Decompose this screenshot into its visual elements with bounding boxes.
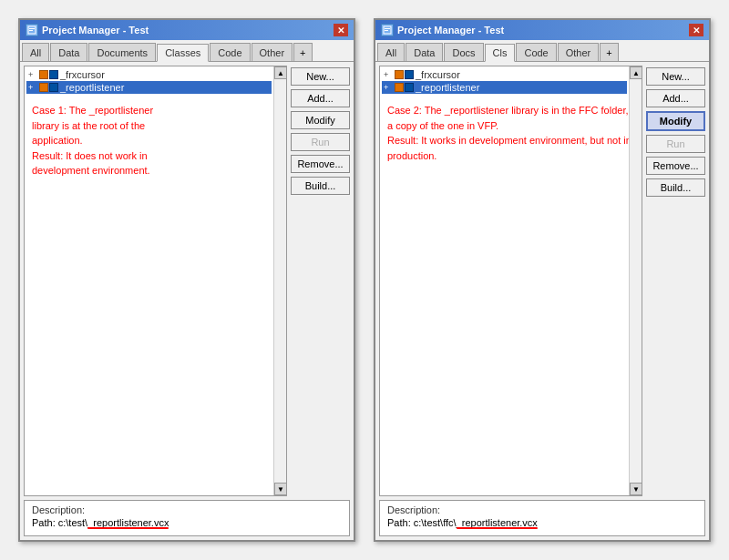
description-label-1: Description: xyxy=(32,504,342,515)
blue-icon-2 xyxy=(49,83,58,92)
title-bar-1: Project Manager - Test ✕ xyxy=(20,20,354,40)
file-tree-2: + _frxcursor + _reportlistener xyxy=(379,66,642,496)
description-path-container-1: Path: c:\test\_reportlistener.vcx xyxy=(32,517,169,528)
expand-icon-3: + xyxy=(384,70,393,79)
modify-button-2[interactable]: Modify xyxy=(646,111,705,131)
remove-button-2[interactable]: Remove... xyxy=(646,157,705,175)
info-text-1: Case 1: The _reportlistenerlibrary is at… xyxy=(25,96,286,186)
description-path-1: Path: c:\test\ xyxy=(32,517,87,528)
tab-data-2[interactable]: Data xyxy=(406,43,443,61)
tab-other-1[interactable]: Other xyxy=(252,43,293,61)
tree-item-reportlistener-1[interactable]: + _reportlistener xyxy=(26,81,272,94)
tab-cls-2[interactable]: Cls xyxy=(485,44,516,62)
red-underline-1 xyxy=(87,527,169,529)
tree-label-reportlistener-2: _reportlistener xyxy=(416,82,479,93)
side-buttons-1: New... Add... Modify Run Remove... Build… xyxy=(291,66,350,496)
description-panel-2: Description: Path: c:\test\ffc\_reportli… xyxy=(379,500,705,536)
scrollbar-2[interactable]: ▲ ▼ xyxy=(629,66,642,495)
underline-container-2: _reportlistener.vcx xyxy=(457,517,538,528)
tree-item-frxcursor-1[interactable]: + _frxcursor xyxy=(26,68,272,81)
file-icon-1 xyxy=(39,70,58,79)
tree-item-frxcursor-2[interactable]: + _frxcursor xyxy=(382,68,627,81)
description-label-2: Description: xyxy=(387,504,697,515)
underline-container-1: _reportlistener.vcx xyxy=(87,517,169,528)
scroll-up-2[interactable]: ▲ xyxy=(630,66,642,79)
blue-icon-4 xyxy=(405,83,414,92)
blue-icon-1 xyxy=(49,70,58,79)
modify-button-1[interactable]: Modify xyxy=(291,111,350,129)
run-button-1: Run xyxy=(291,133,350,151)
build-button-2[interactable]: Build... xyxy=(646,178,705,197)
orange-icon-4 xyxy=(395,83,404,92)
window-body-1: + _frxcursor + _reportlistener xyxy=(20,62,354,500)
scroll-down-1[interactable]: ▼ xyxy=(274,483,287,495)
description-panel-1: Description: Path: c:\test\_reportlisten… xyxy=(24,500,350,536)
window-body-2: + _frxcursor + _reportlistener xyxy=(375,62,709,500)
build-button-1[interactable]: Build... xyxy=(291,177,350,195)
add-button-1[interactable]: Add... xyxy=(291,89,350,107)
tab-data-1[interactable]: Data xyxy=(50,43,87,61)
file-tree-content-1: + _frxcursor + _reportlistener xyxy=(25,66,286,96)
tab-documents-1[interactable]: Documents xyxy=(88,43,156,61)
file-icon-3 xyxy=(395,70,414,79)
svg-rect-4 xyxy=(385,28,390,29)
red-underline-2 xyxy=(457,527,538,529)
scroll-down-2[interactable]: ▼ xyxy=(630,483,642,495)
window1: Project Manager - Test ✕ All Data Docume… xyxy=(18,18,355,542)
title-1: Project Manager - Test xyxy=(42,25,149,36)
scroll-up-1[interactable]: ▲ xyxy=(274,66,287,79)
tab-bar-1: All Data Documents Classes Code Other + xyxy=(20,40,354,62)
app-icon-1 xyxy=(26,24,38,36)
description-path-container-2: Path: c:\test\ffc\_reportlistener.vcx xyxy=(387,517,538,528)
close-button-2[interactable]: ✕ xyxy=(689,24,703,36)
tab-code-1[interactable]: Code xyxy=(210,43,250,61)
tab-bar-2: All Data Docs Cls Code Other + xyxy=(375,40,709,62)
svg-rect-1 xyxy=(29,28,35,29)
tree-label-frxcursor-1: _frxcursor xyxy=(60,69,105,80)
blue-icon-3 xyxy=(405,70,414,79)
svg-rect-5 xyxy=(385,30,388,31)
add-button-2[interactable]: Add... xyxy=(646,89,705,107)
app-icon-2 xyxy=(381,24,394,36)
file-icon-4 xyxy=(395,83,414,92)
tab-other-2[interactable]: Other xyxy=(558,43,600,61)
tree-item-reportlistener-2[interactable]: + _reportlistener xyxy=(382,81,627,94)
file-tree-1: + _frxcursor + _reportlistener xyxy=(24,66,287,496)
remove-button-1[interactable]: Remove... xyxy=(291,155,350,173)
tab-docs-2[interactable]: Docs xyxy=(444,43,483,61)
tree-label-frxcursor-2: _frxcursor xyxy=(416,69,460,80)
tab-code-2[interactable]: Code xyxy=(516,43,556,61)
expand-icon-4: + xyxy=(384,83,393,92)
info-text-2: Case 2: The _reportlistener library is i… xyxy=(380,96,642,170)
run-button-2: Run xyxy=(646,135,705,153)
new-button-1[interactable]: New... xyxy=(291,67,350,86)
side-buttons-2: New... Add... Modify Run Remove... Build… xyxy=(646,66,705,496)
tab-plus-2[interactable]: + xyxy=(600,43,618,61)
description-path-2: Path: c:\test\ffc\ xyxy=(387,517,457,528)
expand-icon-2: + xyxy=(28,83,37,92)
scrollbar-1[interactable]: ▲ ▼ xyxy=(273,66,286,495)
orange-icon-3 xyxy=(395,70,404,79)
tab-plus-1[interactable]: + xyxy=(293,43,312,61)
title-bar-left-1: Project Manager - Test xyxy=(26,24,149,36)
title-bar-2: Project Manager - Test ✕ xyxy=(375,20,709,40)
close-button-1[interactable]: ✕ xyxy=(334,24,348,36)
expand-icon-1: + xyxy=(28,70,37,79)
window2: Project Manager - Test ✕ All Data Docs C… xyxy=(374,18,711,542)
file-icon-2 xyxy=(39,83,58,92)
title-bar-left-2: Project Manager - Test xyxy=(381,24,504,36)
title-2: Project Manager - Test xyxy=(397,25,504,36)
orange-icon-1 xyxy=(39,70,48,79)
svg-rect-2 xyxy=(29,30,33,31)
new-button-2[interactable]: New... xyxy=(646,67,705,86)
tab-all-2[interactable]: All xyxy=(377,43,405,61)
file-tree-content-2: + _frxcursor + _reportlistener xyxy=(380,66,642,96)
tab-all-1[interactable]: All xyxy=(22,43,49,61)
tab-classes-1[interactable]: Classes xyxy=(157,44,209,62)
orange-icon-2 xyxy=(39,83,48,92)
tree-label-reportlistener-1: _reportlistener xyxy=(60,82,124,93)
